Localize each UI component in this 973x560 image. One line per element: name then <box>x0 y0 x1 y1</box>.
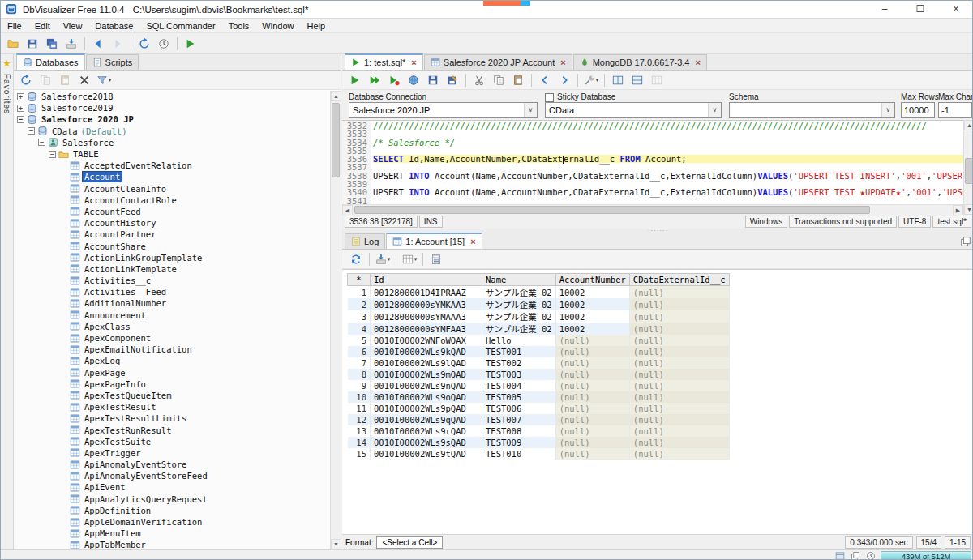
data-cell[interactable]: (null) <box>629 335 729 346</box>
save-all-button[interactable] <box>43 36 61 52</box>
sql-options-button[interactable]: ▾ <box>582 72 600 88</box>
data-cell[interactable]: (null) <box>555 391 629 403</box>
sql-editor[interactable]: 3532353335343535353635373538353935403541… <box>342 120 963 204</box>
maximize-button[interactable]: ☐ <box>902 1 938 19</box>
paste-object-button[interactable] <box>56 72 74 88</box>
data-cell[interactable]: (null) <box>555 335 629 346</box>
row-number-cell[interactable]: 10 <box>348 391 371 403</box>
format-select[interactable]: <Select a Cell> <box>376 536 443 549</box>
column-header-cdataexternalid-c[interactable]: CDataExternalId__c <box>629 274 729 286</box>
tree-node-apextrigger[interactable]: ApexTrigger <box>14 447 330 459</box>
back-button[interactable] <box>89 36 107 52</box>
data-cell[interactable]: 00128000000sYMKAA3 <box>371 298 482 310</box>
row-number-cell[interactable]: 5 <box>348 335 371 346</box>
row-number-cell[interactable]: 3 <box>348 310 371 323</box>
row-number-cell[interactable]: 7 <box>348 357 371 369</box>
history-button[interactable] <box>155 36 173 52</box>
tree-node-apextestresult[interactable]: ApexTestResult <box>14 401 330 413</box>
data-cell[interactable]: (null) <box>555 437 629 448</box>
tree-node-apexemailnotification[interactable]: ApexEmailNotification <box>14 344 330 355</box>
data-cell[interactable]: (null) <box>629 437 729 448</box>
data-cell[interactable]: (null) <box>629 357 729 369</box>
data-cell[interactable]: (null) <box>555 403 629 414</box>
data-cell[interactable]: (null) <box>629 369 729 380</box>
sidebar-tab-databases[interactable]: Databases <box>16 53 85 70</box>
data-cell[interactable]: 0010I00002WLs9qQAD <box>371 414 482 425</box>
save-button[interactable] <box>24 36 41 52</box>
row-number-cell[interactable]: 1 <box>348 286 371 299</box>
scroll-down-icon[interactable]: ▼ <box>331 539 341 549</box>
reload-result-button[interactable] <box>347 251 365 267</box>
data-cell[interactable]: (null) <box>629 425 729 437</box>
row-number-cell[interactable]: 9 <box>348 380 371 391</box>
data-cell[interactable]: TEST007 <box>482 414 556 425</box>
data-cell[interactable]: (null) <box>629 323 729 335</box>
max-rows-input[interactable] <box>901 102 935 118</box>
tree-node-apextestrunresult[interactable]: ApexTestRunResult <box>14 424 330 435</box>
data-cell[interactable]: サンプル企業 02 <box>482 298 556 310</box>
filter-objects-button[interactable]: ▾ <box>95 72 113 88</box>
tree-node-acceptedeventrelation[interactable]: AcceptedEventRelation <box>14 160 330 171</box>
column-header-name[interactable]: Name <box>482 274 556 286</box>
menu-help[interactable]: Help <box>300 19 332 33</box>
data-cell[interactable]: 0010I00002WLs9nQAD <box>371 380 482 391</box>
data-cell[interactable]: (null) <box>555 369 629 380</box>
data-cell[interactable]: サンプル企業 02 <box>482 310 556 323</box>
save-script-as-button[interactable] <box>444 72 461 88</box>
data-cell[interactable]: TEST002 <box>482 357 556 369</box>
monitor-button[interactable] <box>850 550 861 560</box>
data-cell[interactable]: Hello <box>482 335 556 346</box>
collapse-icon[interactable]: − <box>38 139 45 146</box>
row-number-cell[interactable]: 8 <box>348 369 371 380</box>
refresh-button[interactable] <box>135 36 153 52</box>
data-cell[interactable]: (null) <box>555 425 629 437</box>
data-cell[interactable]: TEST005 <box>482 391 556 403</box>
dropdown-arrow-icon[interactable]: ▾ <box>109 77 112 83</box>
database-select[interactable]: CData <box>545 102 722 118</box>
paste-button[interactable] <box>509 72 527 88</box>
data-cell[interactable]: TEST006 <box>482 403 556 414</box>
data-cell[interactable]: (null) <box>629 391 729 403</box>
row-number-cell[interactable]: 12 <box>348 414 371 425</box>
forward-button[interactable] <box>109 36 126 52</box>
data-cell[interactable]: TEST008 <box>482 425 556 437</box>
data-cell[interactable]: 0010I00002WLs9lQAD <box>371 357 482 369</box>
menu-tools[interactable]: Tools <box>222 19 256 33</box>
expand-icon[interactable]: + <box>17 93 24 100</box>
execute-current-button[interactable] <box>385 72 403 88</box>
tree-node-appanalyticsqueryrequest[interactable]: AppAnalyticsQueryRequest <box>14 494 330 505</box>
dropdown-arrow-icon[interactable]: ▾ <box>414 256 418 263</box>
copy-button[interactable] <box>490 72 508 88</box>
data-cell[interactable]: (null) <box>629 310 729 323</box>
tree-node-table[interactable]: −TABLE <box>14 148 330 160</box>
row-number-cell[interactable]: 11 <box>348 403 371 414</box>
maximize-panel-icon[interactable] <box>960 236 971 247</box>
sidebar-tab-scripts[interactable]: Scripts <box>86 54 139 70</box>
next-statement-button[interactable] <box>555 72 573 88</box>
tree-node-accountcleaninfo[interactable]: AccountCleanInfo <box>14 183 330 195</box>
tree-node-apianomalyeventstorefeed[interactable]: ApiAnomalyEventStoreFeed <box>14 470 330 481</box>
tree-node-salesforce-2020-jp[interactable]: −Salesforce 2020 JP <box>14 113 330 125</box>
tree-node-apptabmember[interactable]: AppTabMember <box>14 539 330 549</box>
toggle-result-grid-button[interactable] <box>648 72 666 88</box>
menu-view[interactable]: View <box>57 19 89 33</box>
tree-node-accountfeed[interactable]: AccountFeed <box>14 206 330 217</box>
chevron-down-icon[interactable] <box>524 103 537 117</box>
data-cell[interactable]: TEST004 <box>482 380 556 391</box>
data-cell[interactable]: (null) <box>555 346 629 357</box>
code-line[interactable]: SELECT Id,Name,AccountNumber,CDataExtern… <box>373 155 963 163</box>
data-cell[interactable]: 0010I00002WNFoWQAX <box>371 335 482 346</box>
scroll-up-icon[interactable]: ▲ <box>331 91 341 101</box>
code-line[interactable]: /* Salesforce */ <box>373 139 963 147</box>
favorites-star-icon[interactable]: ★ <box>1 58 13 69</box>
row-number-cell[interactable]: 2 <box>348 298 371 310</box>
tree-node-apextestsuite[interactable]: ApexTestSuite <box>14 436 330 447</box>
data-cell[interactable]: TEST010 <box>482 448 556 460</box>
close-tab-icon[interactable]: × <box>696 58 701 66</box>
close-tab-icon[interactable]: × <box>470 237 475 246</box>
tree-node-announcement[interactable]: Announcement <box>14 310 330 321</box>
results-tab-log[interactable]: Log <box>345 233 385 249</box>
data-cell[interactable]: TEST003 <box>482 369 556 380</box>
data-cell[interactable]: (null) <box>629 286 729 299</box>
data-cell[interactable]: (null) <box>629 448 729 460</box>
